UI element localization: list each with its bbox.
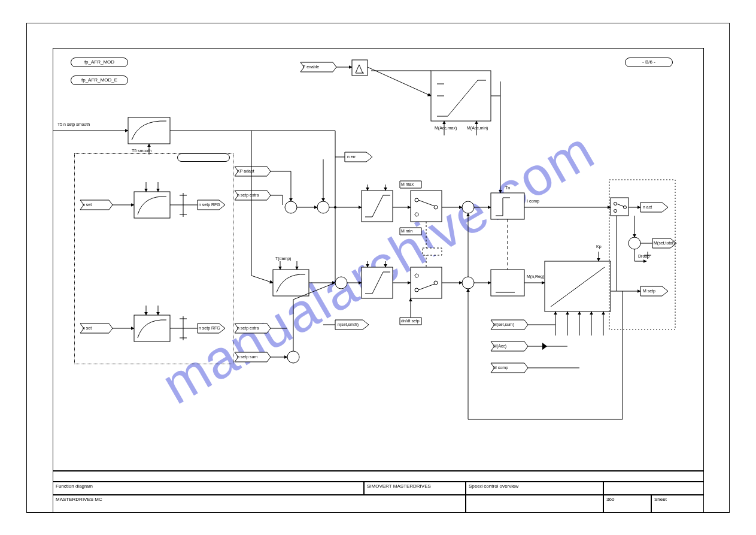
lbl-nsetsum: n setp sum	[237, 355, 257, 359]
svg-point-66	[462, 277, 474, 289]
lbl-ramp-out2: n setp RFG	[199, 326, 220, 330]
lbl-nsetextra1: n setp extra	[237, 193, 259, 197]
tb-r1-a	[53, 471, 704, 482]
svg-rect-68	[491, 270, 524, 296]
rfg-group	[74, 153, 233, 364]
lbl-maccmax: M(Acc,max)	[435, 126, 457, 130]
lbl-ramp-in2: n set	[83, 326, 92, 330]
svg-point-40	[415, 198, 418, 202]
tb-r2-a: Function diagram	[53, 482, 364, 495]
lbl-nerr1: n err	[347, 155, 356, 159]
lbl-dndt-setp: dn/dt setp	[401, 319, 420, 323]
lbl-mmin: M min	[401, 229, 412, 233]
svg-point-29	[317, 201, 329, 213]
lbl-maccmin: M(Acc,min)	[467, 126, 488, 130]
lbl-nsetextra2: n setp extra	[237, 326, 259, 330]
lbl-msettotal: M(set,total)	[654, 241, 675, 245]
svg-rect-110	[423, 248, 442, 255]
svg-point-61	[415, 274, 418, 277]
lbl-tn: Tn	[505, 186, 510, 190]
lbl-kp: Kp	[596, 244, 602, 249]
lbl-mmax: M max	[401, 182, 414, 186]
lbl-icomp: I comp	[527, 199, 539, 203]
rfg-label	[177, 153, 230, 162]
lbl-macc: M(Acc)	[493, 344, 506, 348]
lbl-nsmth: n(set,smth)	[338, 322, 359, 327]
lbl-droop: Droop	[638, 254, 649, 258]
tb-r2-d	[603, 482, 704, 495]
svg-point-92	[614, 202, 617, 205]
svg-rect-50	[273, 270, 309, 296]
tb-r3-a: MASTERDRIVES MC	[53, 495, 466, 513]
lbl-t5-smooth: T5 smooth	[132, 149, 151, 153]
svg-rect-1	[128, 117, 170, 144]
lbl-kpadapt: KP adapt	[237, 169, 254, 173]
svg-point-93	[614, 210, 617, 213]
lbl-td: T(damp)	[275, 256, 291, 261]
tb-r3-d: Sheet	[651, 495, 704, 513]
svg-point-54	[335, 277, 347, 289]
tb-r2-c: Speed control overview	[466, 482, 603, 495]
lbl-msetp: M setp	[643, 289, 655, 293]
svg-point-97	[629, 237, 640, 249]
lbl-in-top: T5 n setp smooth	[57, 122, 90, 126]
lbl-nact: n act	[643, 205, 652, 209]
svg-point-41	[415, 213, 418, 216]
svg-line-90	[368, 67, 431, 96]
tb-r3-c: 360	[603, 495, 651, 513]
svg-point-34	[334, 206, 336, 208]
svg-point-45	[462, 201, 474, 213]
tb-r3-b	[466, 495, 603, 513]
lbl-msetsum: M(set,sum)	[493, 322, 514, 327]
svg-point-62	[415, 288, 418, 292]
svg-rect-47	[491, 193, 524, 219]
tb-r2-b: SIMOVERT MASTERDRIVES	[364, 482, 466, 495]
lbl-ramp-out1: n setp RFG	[199, 202, 220, 207]
lbl-mcomp: M comp	[493, 365, 508, 370]
svg-point-28	[285, 201, 297, 213]
svg-line-115	[251, 276, 273, 283]
svg-point-116	[287, 351, 299, 363]
lbl-mnreg: M(n,Reg)	[527, 274, 544, 279]
lbl-fenable: F enable	[303, 65, 319, 69]
lbl-ramp-in1: n set	[83, 202, 92, 207]
